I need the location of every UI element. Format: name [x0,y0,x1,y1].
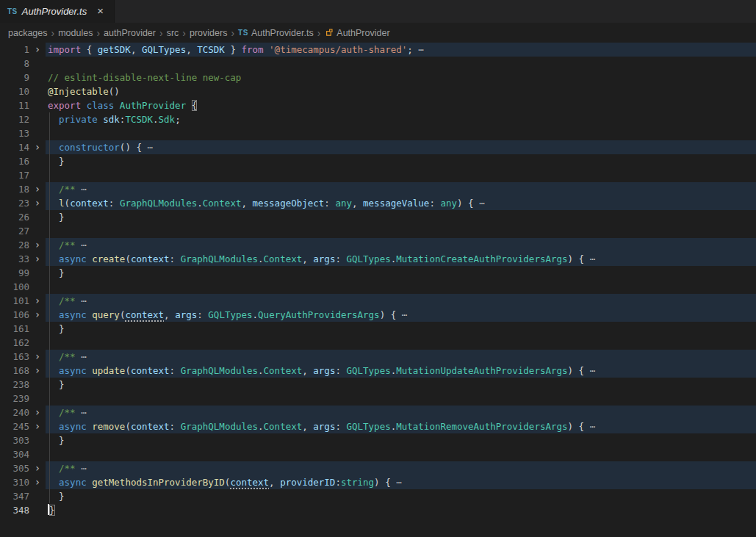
code-line-305[interactable]: 305› /** ⋯ [0,461,756,475]
breadcrumb-item-providers[interactable]: providers [190,28,227,38]
code-text[interactable]: async getMethodsInProviderByID(context, … [46,475,756,489]
fold-chevron-icon[interactable]: › [29,461,46,475]
code-text[interactable]: private sdk:TCSDK.Sdk; [46,112,756,126]
code-text[interactable]: } [46,378,756,392]
folded-code-ellipsis[interactable]: ⋯ [81,184,87,195]
code-line-161[interactable]: 161 } [0,322,756,336]
code-line-27[interactable]: 27 [0,224,756,238]
code-text[interactable] [46,168,756,182]
code-text[interactable]: } [46,433,756,447]
code-line-8[interactable]: 8 [0,57,756,71]
code-line-26[interactable]: 26 } [0,210,756,224]
code-line-18[interactable]: 18› /** ⋯ [0,182,756,196]
code-text[interactable]: /** ⋯ [46,238,756,252]
code-text[interactable]: // eslint-disable-next-line new-cap [46,71,756,84]
folded-code-ellipsis[interactable]: ⋯ [81,239,87,251]
fold-chevron-icon[interactable]: › [29,406,46,419]
folded-code-ellipsis[interactable]: ⋯ [590,365,597,376]
fold-chevron-icon[interactable]: › [29,475,46,489]
code-text[interactable]: } [46,322,756,336]
code-line-11[interactable]: 11export class AuthProvider { [0,98,756,112]
code-text[interactable] [46,447,756,461]
code-text[interactable] [46,57,756,71]
fold-chevron-icon[interactable]: › [29,364,46,378]
code-text[interactable]: l(context: GraphQLModules.Context, messa… [46,196,756,210]
code-line-28[interactable]: 28› /** ⋯ [0,238,756,252]
code-text[interactable]: async remove(context: GraphQLModules.Con… [46,419,756,433]
code-text[interactable] [46,126,756,140]
fold-chevron-icon[interactable]: › [29,43,46,57]
code-text[interactable]: @Injectable() [46,84,756,98]
fold-chevron-icon[interactable]: › [29,196,46,210]
code-text[interactable]: /** ⋯ [46,182,756,196]
code-text[interactable]: async update(context: GraphQLModules.Con… [46,364,756,378]
fold-chevron-icon[interactable]: › [29,238,46,252]
code-text[interactable]: } [46,489,756,503]
code-line-16[interactable]: 16 } [0,154,756,168]
breadcrumb-item-authprovider[interactable]: AuthProvider [324,28,389,38]
code-line-17[interactable]: 17 [0,168,756,182]
close-tab-icon[interactable]: × [94,5,107,18]
code-line-33[interactable]: 33› async create(context: GraphQLModules… [0,252,756,266]
code-text[interactable] [46,280,756,294]
fold-chevron-icon[interactable]: › [29,308,46,322]
code-text[interactable] [46,392,756,406]
code-line-163[interactable]: 163› /** ⋯ [0,350,756,364]
code-line-99[interactable]: 99 } [0,266,756,280]
code-line-348[interactable]: 348} [0,503,756,517]
folded-code-ellipsis[interactable]: ⋯ [402,309,408,320]
code-line-238[interactable]: 238 } [0,378,756,392]
code-text[interactable]: constructor() { ⋯ [46,140,756,154]
code-text[interactable]: /** ⋯ [46,294,756,308]
folded-code-ellipsis[interactable]: ⋯ [81,407,87,418]
fold-chevron-icon[interactable]: › [29,252,46,266]
code-line-101[interactable]: 101› /** ⋯ [0,294,756,308]
folded-code-ellipsis[interactable]: ⋯ [479,198,486,209]
code-text[interactable]: /** ⋯ [46,406,756,419]
folded-code-ellipsis[interactable]: ⋯ [81,351,87,362]
code-text[interactable]: /** ⋯ [46,461,756,475]
fold-chevron-icon[interactable]: › [29,350,46,364]
code-text[interactable]: export class AuthProvider { [46,98,756,112]
code-line-239[interactable]: 239 [0,392,756,406]
folded-code-ellipsis[interactable]: ⋯ [81,463,87,474]
fold-chevron-icon[interactable]: › [29,294,46,308]
code-line-245[interactable]: 245› async remove(context: GraphQLModule… [0,419,756,433]
code-line-303[interactable]: 303 } [0,433,756,447]
folded-code-ellipsis[interactable]: ⋯ [148,142,154,153]
breadcrumb-item-packages[interactable]: packages [8,28,48,38]
code-line-310[interactable]: 310› async getMethodsInProviderByID(cont… [0,475,756,489]
code-line-347[interactable]: 347 } [0,489,756,503]
code-text[interactable] [46,336,756,350]
code-text[interactable]: } [46,210,756,224]
folded-code-ellipsis[interactable]: ⋯ [396,477,403,488]
folded-code-ellipsis[interactable]: ⋯ [590,421,597,432]
code-text[interactable]: async query(context, args: GQLTypes.Quer… [46,308,756,322]
folded-code-ellipsis[interactable]: ⋯ [590,253,597,264]
code-line-240[interactable]: 240› /** ⋯ [0,406,756,419]
code-text[interactable]: } [46,266,756,280]
code-line-10[interactable]: 10@Injectable() [0,84,756,98]
code-line-304[interactable]: 304 [0,447,756,461]
folded-code-ellipsis[interactable]: ⋯ [81,295,87,306]
breadcrumb-item-modules[interactable]: modules [58,28,93,38]
fold-chevron-icon[interactable]: › [29,182,46,196]
breadcrumb-item-authprovider-ts[interactable]: TSAuthProvider.ts [238,28,314,38]
code-text[interactable]: } [46,154,756,168]
code-text[interactable]: /** ⋯ [46,350,756,364]
code-line-1[interactable]: 1›import { getSDK, GQLTypes, TCSDK } fro… [0,43,756,57]
code-line-162[interactable]: 162 [0,336,756,350]
code-line-23[interactable]: 23› l(context: GraphQLModules.Context, m… [0,196,756,210]
tab-authprovider-ts[interactable]: TS AuthProvider.ts × [0,0,115,23]
code-text[interactable]: } [46,503,756,517]
code-line-106[interactable]: 106› async query(context, args: GQLTypes… [0,308,756,322]
breadcrumb-item-src[interactable]: src [167,28,179,38]
code-text[interactable]: async create(context: GraphQLModules.Con… [46,252,756,266]
code-line-14[interactable]: 14› constructor() { ⋯ [0,140,756,154]
folded-code-ellipsis[interactable]: ⋯ [418,44,425,55]
fold-chevron-icon[interactable]: › [29,419,46,433]
code-line-100[interactable]: 100 [0,280,756,294]
breadcrumb-item-authprovider[interactable]: authProvider [104,28,156,38]
code-line-13[interactable]: 13 [0,126,756,140]
code-line-12[interactable]: 12 private sdk:TCSDK.Sdk; [0,112,756,126]
